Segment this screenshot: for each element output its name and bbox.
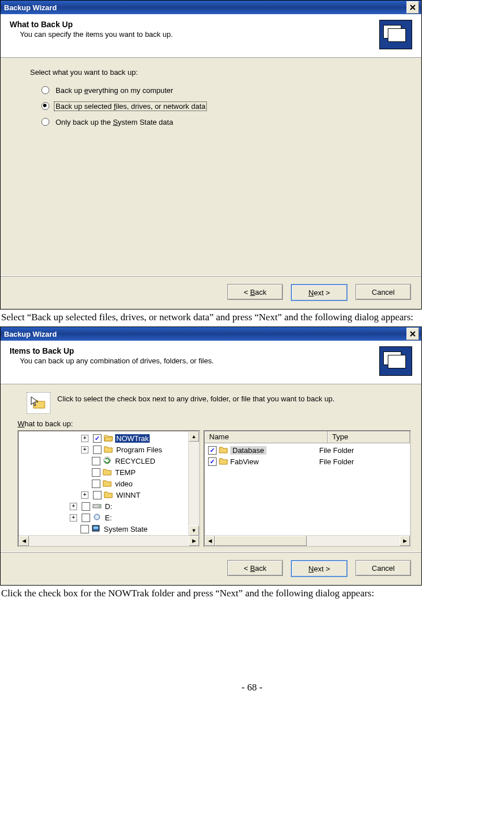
tree-spacer [81, 481, 87, 487]
titlebar[interactable]: Backup Wizard [1, 327, 421, 341]
caption-1: Select “Back up selected files, drives, … [0, 311, 504, 327]
tree-spacer [81, 469, 87, 476]
tree-item[interactable]: RECYCLED [19, 455, 189, 467]
folder-icon [103, 468, 114, 477]
next-button[interactable]: Next > [291, 560, 348, 577]
header-subtitle: You can specify the items you want to ba… [20, 30, 375, 39]
recycle-icon [103, 456, 114, 466]
tree-checkbox[interactable] [82, 502, 90, 511]
list-pane[interactable]: Name Type ✓DatabaseFile Folder✓FabViewFi… [204, 430, 411, 547]
column-header-type[interactable]: Type [328, 431, 410, 443]
list-item-type: File Folder [319, 446, 354, 455]
header-subtitle: You can back up any combination of drive… [20, 357, 375, 365]
scroll-right-icon[interactable]: ▶ [400, 536, 410, 546]
tree-item[interactable]: +WINNT [19, 489, 189, 501]
titlebar[interactable]: Backup Wizard [1, 1, 421, 14]
close-button[interactable] [406, 328, 419, 340]
backup-wizard-dialog-1: Backup Wizard What to Back Up You can sp… [0, 0, 422, 309]
tree-item[interactable]: System State [19, 523, 189, 535]
tree-checkbox[interactable] [93, 491, 101, 499]
next-button[interactable]: Next > [291, 284, 348, 301]
tree-checkbox[interactable] [93, 446, 101, 454]
radio-button[interactable] [41, 102, 49, 110]
tree-checkbox[interactable] [92, 457, 100, 465]
tree-item-label: E: [104, 514, 113, 522]
tree-checkbox[interactable]: ✓ [93, 434, 101, 443]
cancel-button[interactable]: Cancel [355, 284, 411, 300]
radio-option-2[interactable]: Only back up the System State data [30, 114, 404, 130]
list-row[interactable]: ✓FabViewFile Folder [206, 456, 409, 467]
list-item-name: Database [230, 446, 266, 455]
tree-hscrollbar[interactable]: ◀ ▶ [19, 535, 199, 546]
tree-item-label: TEMP [114, 468, 137, 477]
close-button[interactable] [406, 1, 419, 14]
tree-item[interactable]: +E: [19, 512, 189, 523]
cddrive-icon [92, 513, 104, 523]
tree-item-label: NOWTrak [115, 434, 150, 443]
drive-icon [92, 502, 104, 511]
dialog-body: Select what you want to back up: Back up… [1, 58, 421, 275]
svg-point-4 [96, 516, 98, 518]
folder-icon [104, 445, 115, 455]
tape-backup-icon [379, 346, 412, 376]
expand-icon[interactable]: + [70, 503, 77, 510]
tree-item[interactable]: TEMP [19, 467, 189, 478]
tree-item[interactable]: video [19, 478, 189, 489]
radio-label: Back up selected files, drives, or netwo… [54, 101, 207, 111]
expand-icon[interactable]: + [70, 514, 77, 522]
cursor-folder-icon [27, 392, 50, 414]
header-title: What to Back Up [10, 20, 375, 29]
scroll-left-icon[interactable]: ◀ [19, 536, 29, 546]
expand-icon[interactable]: + [81, 435, 88, 442]
list-item-name: FabView [230, 457, 259, 466]
header-panel: Items to Back Up You can back up any com… [1, 341, 421, 384]
back-button[interactable]: < Back [227, 284, 283, 300]
tree-checkbox[interactable] [81, 525, 89, 533]
section-label: What to back up: [1, 417, 421, 430]
list-checkbox[interactable]: ✓ [208, 446, 217, 455]
button-bar: < Back Next > Cancel [1, 552, 421, 585]
tree-spacer [81, 458, 87, 464]
list-checkbox[interactable]: ✓ [208, 457, 217, 466]
radio-button[interactable] [41, 118, 49, 126]
tree-pane[interactable]: +✓NOWTrak+Program FilesRECYCLEDTEMPvideo… [18, 430, 200, 547]
list-hscrollbar[interactable]: ◀ ▶ [205, 535, 410, 546]
cancel-button[interactable]: Cancel [355, 560, 411, 576]
close-icon [410, 331, 416, 337]
close-icon [410, 5, 416, 10]
radio-option-1[interactable]: Back up selected files, drives, or netwo… [30, 98, 404, 114]
back-button[interactable]: < Back [227, 560, 283, 576]
list-row[interactable]: ✓DatabaseFile Folder [206, 444, 409, 456]
radio-label: Only back up the System State data [54, 117, 175, 127]
scroll-up-icon[interactable]: ▲ [189, 431, 199, 442]
tree-item-label: RECYCLED [114, 457, 156, 465]
expand-icon[interactable]: + [81, 491, 88, 499]
tree-checkbox[interactable] [82, 514, 90, 522]
svg-rect-2 [99, 506, 100, 507]
tree-item-label: Program Files [115, 446, 163, 454]
list-item-type: File Folder [319, 457, 354, 466]
titlebar-text: Backup Wizard [4, 3, 406, 12]
titlebar-text: Backup Wizard [4, 330, 406, 338]
expand-icon[interactable]: + [81, 446, 88, 453]
tree-item[interactable]: +Program Files [19, 444, 189, 455]
scroll-right-icon[interactable]: ▶ [189, 536, 199, 546]
tree-item-label: video [114, 480, 134, 488]
tree-vscrollbar[interactable]: ▲ ▼ [188, 431, 199, 536]
panes: +✓NOWTrak+Program FilesRECYCLEDTEMPvideo… [1, 430, 421, 552]
scroll-left-icon[interactable]: ◀ [205, 536, 215, 546]
radio-option-0[interactable]: Back up everything on my computer [30, 82, 404, 98]
header-title: Items to Back Up [10, 346, 375, 355]
prompt-label: Select what you want to back up: [30, 68, 404, 77]
tree-item[interactable]: +D: [19, 501, 189, 512]
tree-item[interactable]: +✓NOWTrak [19, 433, 189, 444]
scroll-down-icon[interactable]: ▼ [189, 525, 199, 536]
button-bar: < Back Next > Cancel [1, 275, 421, 309]
radio-label: Back up everything on my computer [54, 86, 175, 95]
sysstate-icon [91, 524, 103, 534]
tree-checkbox[interactable] [92, 480, 100, 488]
tree-checkbox[interactable] [92, 468, 100, 477]
column-header-name[interactable]: Name [205, 431, 328, 443]
radio-button[interactable] [41, 86, 49, 94]
tape-backup-icon [379, 20, 412, 49]
